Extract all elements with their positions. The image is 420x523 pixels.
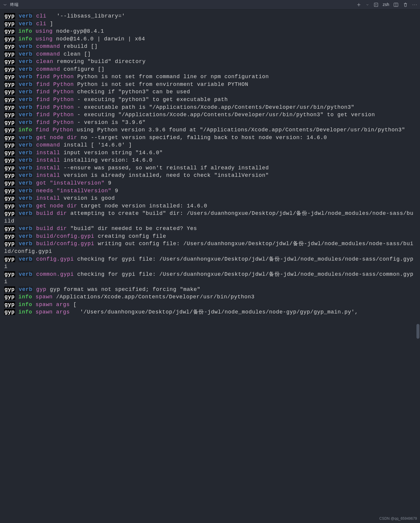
log-prefix: gyp <box>4 13 15 19</box>
log-level: verb <box>18 157 33 163</box>
log-message: Python is not set from command line or n… <box>77 74 269 80</box>
log-message: ] <box>50 21 53 27</box>
log-level: verb <box>18 188 33 194</box>
log-message: version is good <box>64 195 115 201</box>
log-prefix: gyp <box>4 241 15 247</box>
terminal-line: gyp verb config.gypi checking for gypi f… <box>4 256 416 271</box>
log-level: verb <box>18 172 33 178</box>
log-context: install <box>36 165 60 171</box>
shell-name: zsh <box>383 2 389 8</box>
terminal-line: gyp verb cli ] <box>4 20 416 28</box>
terminal-output[interactable]: gyp verb cli '--libsass_library='gyp ver… <box>0 10 420 319</box>
log-level: verb <box>18 226 33 231</box>
log-level: verb <box>18 66 33 72</box>
log-context: spawn <box>36 294 53 300</box>
log-context: spawn args <box>36 302 70 308</box>
log-message: configure [] <box>64 66 105 72</box>
terminal-line: gyp verb find Python Python is not set f… <box>4 73 416 81</box>
log-level: verb <box>18 13 33 19</box>
terminal-line: gyp info using node-gyp@8.4.1 <box>4 28 416 35</box>
terminal-line: gyp info find Python using Python versio… <box>4 126 416 134</box>
new-terminal-icon[interactable] <box>356 2 361 7</box>
log-context: command <box>36 66 60 72</box>
log-prefix: gyp <box>4 119 15 125</box>
log-message: input version string "14.6.0" <box>64 150 163 156</box>
log-context: clean <box>36 59 53 64</box>
log-message: installing version: 14.6.0 <box>64 157 153 163</box>
terminal-line: gyp verb build/config.gypi creating conf… <box>4 233 416 240</box>
log-level: verb <box>18 210 33 216</box>
split-terminal-icon[interactable] <box>393 2 399 7</box>
terminal-line: gyp verb install installing version: 14.… <box>4 157 416 164</box>
scrollbar-thumb[interactable] <box>416 324 419 339</box>
log-level: verb <box>18 21 33 27</box>
log-message: creating config file <box>98 233 166 239</box>
log-prefix: gyp <box>4 302 15 308</box>
log-message: 9 <box>108 180 112 186</box>
log-level: verb <box>18 203 33 209</box>
terminal-line: gyp info using node@14.6.0 | darwin | x6… <box>4 35 416 43</box>
log-prefix: gyp <box>4 165 15 171</box>
log-level: verb <box>18 89 33 95</box>
log-level: verb <box>18 81 33 87</box>
log-prefix: gyp <box>4 89 15 95</box>
log-level: verb <box>18 104 33 110</box>
log-prefix: gyp <box>4 112 15 118</box>
log-context: find Python <box>36 104 74 110</box>
watermark-text: CSDN @qq_65949679 <box>379 516 417 521</box>
log-level: info <box>18 28 32 34</box>
log-message: target node version installed: 14.6.0 <box>81 203 207 209</box>
log-prefix: gyp <box>4 188 15 194</box>
log-context: build/config.gypi <box>36 241 94 247</box>
log-level: info <box>18 127 32 133</box>
log-message: "build" dir needed to be created? Yes <box>70 226 197 231</box>
log-prefix: gyp <box>4 36 15 42</box>
log-level: verb <box>18 112 33 118</box>
log-prefix: gyp <box>4 157 15 163</box>
log-prefix: gyp <box>4 172 15 178</box>
log-level: info <box>18 302 32 308</box>
kill-terminal-icon[interactable] <box>403 2 408 7</box>
log-context: command <box>36 51 60 57</box>
log-prefix: gyp <box>4 309 15 315</box>
log-context: install <box>36 172 60 178</box>
log-context: install <box>36 150 60 156</box>
panel-title: 终端 <box>10 2 18 8</box>
log-prefix: gyp <box>4 74 15 80</box>
log-prefix: gyp <box>4 135 15 141</box>
log-prefix: gyp <box>4 28 15 34</box>
terminal-line: gyp verb command configure [] <box>4 66 416 73</box>
terminal-line: gyp verb got "installVersion" 9 <box>4 179 416 187</box>
launch-profile-icon[interactable] <box>373 2 379 7</box>
log-level: verb <box>18 180 33 186</box>
terminal-line: gyp verb find Python Python is not set f… <box>4 81 416 89</box>
log-level: info <box>18 309 32 315</box>
log-context: gyp <box>36 286 47 292</box>
log-prefix: gyp <box>4 104 15 110</box>
terminal-line: gyp verb build dir "build" dir needed to… <box>4 225 416 233</box>
log-level: verb <box>18 286 33 292</box>
terminal-line: gyp verb install input version string "1… <box>4 149 416 157</box>
new-terminal-dropdown-icon[interactable] <box>366 3 369 7</box>
log-message: /Applications/Xcode.app/Contents/Develop… <box>56 294 255 300</box>
terminal-line: gyp verb find Python - executing "/Appli… <box>4 111 416 119</box>
collapse-icon[interactable] <box>2 3 8 7</box>
terminal-line: gyp verb command rebuild [] <box>4 43 416 51</box>
log-prefix: gyp <box>4 142 15 148</box>
log-context: needs "installVersion" <box>36 188 111 194</box>
log-message: - executable path is "/Applications/Xcod… <box>77 104 354 110</box>
log-prefix: gyp <box>4 43 15 49</box>
log-message: clean [] <box>64 51 91 57</box>
more-actions-icon[interactable]: ··· <box>412 2 418 8</box>
log-context: config.gypi <box>36 256 74 262</box>
log-level: verb <box>18 233 33 239</box>
log-level: verb <box>18 135 33 141</box>
log-level: verb <box>18 119 33 125</box>
log-level: verb <box>18 241 33 247</box>
log-prefix: gyp <box>4 256 15 262</box>
log-message: gyp format was not specified; forcing "m… <box>50 286 200 292</box>
log-level: info <box>18 36 32 42</box>
log-context: build/config.gypi <box>36 233 94 239</box>
log-context: build dir <box>36 226 67 231</box>
terminal-line: gyp verb build dir attempting to create … <box>4 210 416 225</box>
